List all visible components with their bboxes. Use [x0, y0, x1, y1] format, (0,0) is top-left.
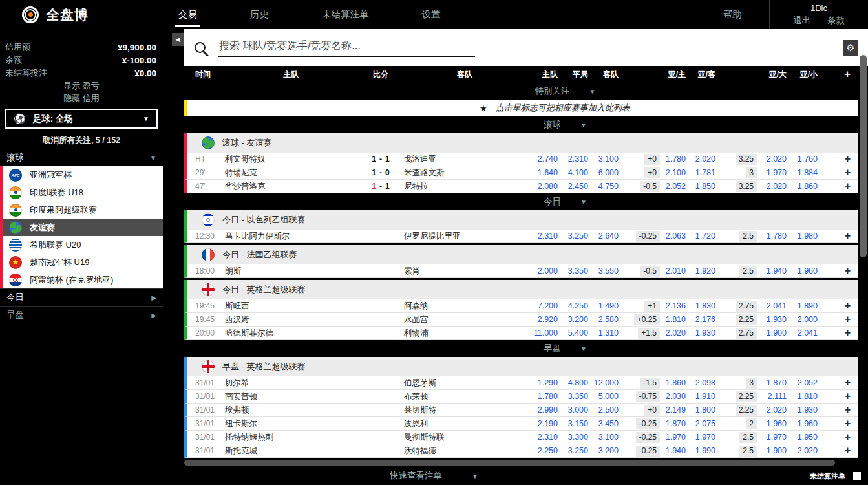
odds-1x2-home[interactable]: 2.990: [525, 404, 563, 416]
odds-1x2-home[interactable]: 11.000: [525, 327, 563, 339]
ou-line[interactable]: 2.75: [721, 299, 762, 312]
section-band[interactable]: 今日▼: [184, 193, 858, 210]
tab-open-bets[interactable]: 未结算注单: [322, 8, 369, 21]
sidebar-item-league[interactable]: 友谊赛: [3, 219, 163, 236]
odds-under[interactable]: 1.890: [792, 299, 823, 312]
odds-1x2-draw[interactable]: 3.200: [563, 313, 593, 326]
ah-line[interactable]: +1: [624, 299, 665, 312]
sidebar-item-league[interactable]: 越南冠军杯 U19: [3, 253, 163, 271]
odds-1x2-away[interactable]: 1.490: [593, 299, 624, 312]
odds-over[interactable]: 2.020: [762, 404, 792, 416]
odds-over[interactable]: 1.970: [762, 166, 792, 179]
ah-line[interactable]: -0.5: [624, 264, 665, 277]
odds-1x2-draw[interactable]: 4.100: [563, 166, 593, 179]
odds-ah-away[interactable]: 1.910: [691, 390, 721, 403]
logout-link[interactable]: 退出: [793, 15, 810, 27]
odds-ah-home[interactable]: 1.970: [665, 431, 691, 444]
add-bet-button[interactable]: +: [823, 313, 858, 326]
tab-history[interactable]: 历史: [250, 8, 269, 21]
ah-line[interactable]: +0.25: [624, 313, 665, 326]
league-group-header[interactable]: 滚球 - 友谊赛: [184, 133, 858, 153]
odds-1x2-home[interactable]: 2.310: [525, 230, 563, 242]
ah-line[interactable]: +0: [624, 153, 665, 166]
odds-under[interactable]: 1.930: [792, 404, 823, 416]
add-bet-button[interactable]: +: [823, 230, 858, 242]
odds-1x2-home[interactable]: 1.780: [525, 390, 563, 403]
odds-ah-away[interactable]: 2.098: [691, 376, 721, 389]
ou-line[interactable]: 2.5: [721, 264, 762, 277]
ou-line[interactable]: 2.5: [721, 444, 762, 457]
odds-1x2-draw[interactable]: 5.400: [563, 327, 593, 339]
odds-1x2-home[interactable]: 1.290: [525, 376, 563, 389]
ou-line[interactable]: 2.25: [721, 404, 762, 416]
odds-under[interactable]: 2.041: [792, 327, 823, 339]
league-group-header[interactable]: 早盘 - 英格兰超级联赛: [184, 357, 858, 376]
odds-under[interactable]: 1.950: [792, 431, 823, 444]
league-group-header[interactable]: 今日 - 以色列乙组联赛: [184, 210, 858, 230]
ou-line[interactable]: 2.25: [721, 313, 762, 326]
ou-line[interactable]: 2.5: [721, 431, 762, 444]
hide-credit-link[interactable]: 隐藏 信用: [0, 92, 163, 104]
odds-1x2-home[interactable]: 2.080: [525, 180, 563, 193]
ou-line[interactable]: 2: [721, 417, 762, 430]
ah-line[interactable]: -0.5: [624, 180, 665, 193]
odds-ah-away[interactable]: 2.075: [691, 417, 721, 430]
odds-1x2-draw[interactable]: 4.800: [563, 376, 593, 389]
odds-under[interactable]: 1.960: [792, 417, 823, 430]
odds-ah-home[interactable]: 1.810: [665, 313, 691, 326]
odds-over[interactable]: 2.020: [762, 153, 792, 166]
sidebar-section-header[interactable]: 今日▶: [0, 288, 163, 306]
ah-line[interactable]: -0.25: [624, 444, 665, 457]
ah-line[interactable]: -0.25: [624, 431, 665, 444]
odds-ah-away[interactable]: 1.720: [691, 230, 721, 242]
sidebar-item-league[interactable]: 希腊联赛 U20: [3, 236, 163, 253]
vertical-scrollbar[interactable]: [860, 55, 867, 485]
odds-ah-home[interactable]: 2.100: [665, 166, 691, 179]
odds-1x2-home[interactable]: 2.190: [525, 417, 563, 430]
odds-over[interactable]: 2.111: [762, 390, 792, 403]
odds-over[interactable]: 2.020: [762, 180, 792, 193]
odds-1x2-home[interactable]: 2.000: [525, 264, 563, 277]
tab-trade[interactable]: 交易: [178, 8, 197, 21]
odds-1x2-away[interactable]: 6.000: [593, 166, 624, 179]
odds-1x2-away[interactable]: 5.000: [593, 390, 624, 403]
odds-ah-home[interactable]: 1.860: [665, 376, 691, 389]
odds-under[interactable]: 1.860: [792, 180, 823, 193]
show-pl-link[interactable]: 显示 盈亏: [0, 80, 163, 92]
odds-under[interactable]: 2.052: [792, 376, 823, 389]
odds-ah-away[interactable]: 2.020: [691, 153, 721, 166]
odds-1x2-draw[interactable]: 3.350: [563, 264, 593, 277]
odds-under[interactable]: 2.000: [792, 313, 823, 326]
quick-view-betslip[interactable]: 快速查看注单 ▼: [390, 470, 478, 482]
odds-1x2-draw[interactable]: 3.000: [563, 404, 593, 416]
odds-under[interactable]: 1.960: [792, 264, 823, 277]
ah-line[interactable]: -0.75: [624, 390, 665, 403]
odds-1x2-away[interactable]: 3.100: [593, 431, 624, 444]
collapse-sidebar-button[interactable]: ◀: [172, 33, 184, 46]
odds-1x2-home[interactable]: 2.250: [525, 444, 563, 457]
add-bet-button[interactable]: +: [823, 264, 858, 277]
pending-bets-toggle[interactable]: [853, 472, 861, 480]
odds-ah-home[interactable]: 2.010: [665, 264, 691, 277]
add-bet-button[interactable]: +: [823, 444, 858, 457]
odds-1x2-draw[interactable]: 2.310: [563, 153, 593, 166]
ah-line[interactable]: -0.25: [624, 417, 665, 430]
odds-1x2-home[interactable]: 1.640: [525, 166, 563, 179]
add-bet-button[interactable]: +: [823, 327, 858, 339]
odds-under[interactable]: 1.810: [792, 390, 823, 403]
odds-ah-home[interactable]: 2.136: [665, 299, 691, 312]
add-bet-button[interactable]: +: [823, 166, 858, 179]
vertical-scrollbar-thumb[interactable]: [860, 55, 867, 257]
odds-ah-away[interactable]: 1.970: [691, 431, 721, 444]
odds-ah-away[interactable]: 1.850: [691, 180, 721, 193]
odds-ah-away[interactable]: 1.990: [691, 444, 721, 457]
sidebar-item-league[interactable]: 阿雷纳杯 (在克罗地亚): [3, 271, 163, 288]
odds-over[interactable]: 1.960: [762, 417, 792, 430]
help-link[interactable]: 帮助: [723, 8, 742, 21]
odds-under[interactable]: 1.980: [792, 230, 823, 242]
odds-ah-away[interactable]: 1.920: [691, 264, 721, 277]
odds-ah-home[interactable]: 1.780: [665, 153, 691, 166]
add-column-button[interactable]: +: [823, 68, 858, 81]
ah-line[interactable]: -0.25: [624, 230, 665, 242]
horizontal-scrollbar-thumb[interactable]: [184, 460, 835, 466]
